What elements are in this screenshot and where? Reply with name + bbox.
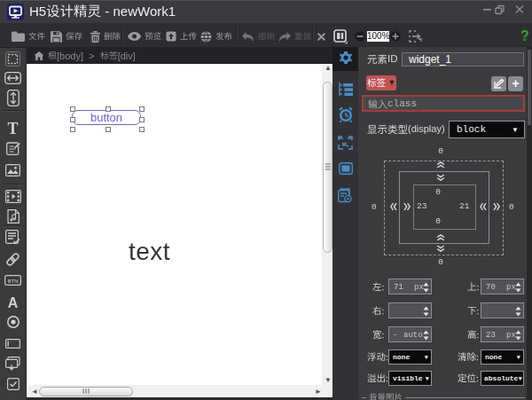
svg-text:BTN: BTN — [8, 278, 19, 284]
